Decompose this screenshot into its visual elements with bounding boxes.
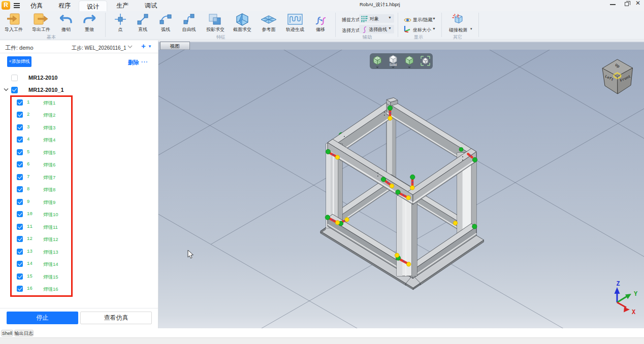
svg-text:Z: Z (616, 281, 620, 288)
svg-text:Solid: Solid (390, 63, 397, 66)
svg-text:X: X (632, 309, 636, 316)
svg-text:Y: Y (634, 291, 638, 298)
svg-text:视图: 视图 (170, 43, 180, 49)
